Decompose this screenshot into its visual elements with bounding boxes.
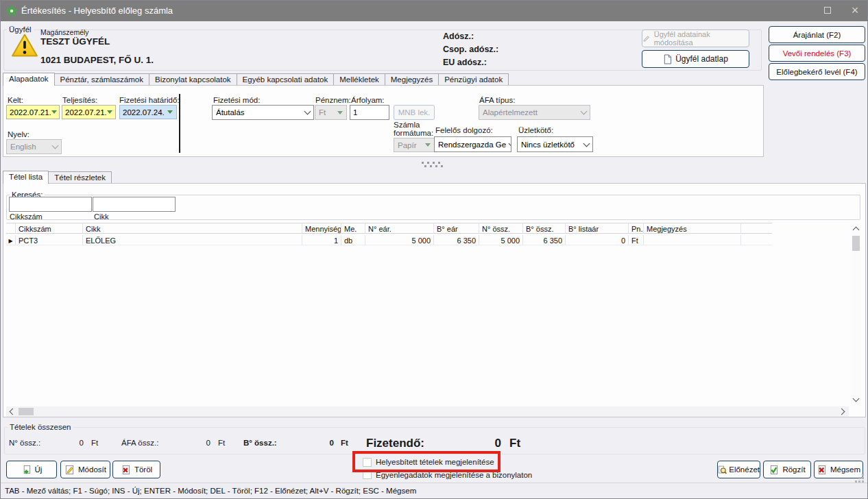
tab-tetel-reszletek[interactable]: Tétel részletek: [48, 171, 112, 184]
search-cikk-label: Cikk: [94, 212, 108, 221]
col-pn[interactable]: Pn.: [629, 223, 644, 234]
chevron-down-icon: [302, 106, 313, 119]
scroll-down-icon[interactable]: [853, 395, 860, 402]
customer-order-button[interactable]: Vevői rendelés (F3): [769, 45, 865, 62]
maximize-button[interactable]: [814, 1, 841, 21]
new-item-button[interactable]: Új: [6, 461, 57, 478]
vertical-scrollbar[interactable]: [851, 223, 861, 406]
title-bar: Értékesítés - Helyesbítő előleg számla ×: [1, 1, 868, 21]
uzletkoto-select[interactable]: Nincs üzletkötő: [517, 136, 593, 152]
col-mennyiseg[interactable]: Mennyiség: [302, 223, 341, 234]
maximize-icon: [824, 7, 831, 14]
modify-customer-button: Ügyfél adatainak módosítása: [642, 29, 749, 47]
szamla-formatum-select: Papír: [394, 138, 435, 152]
col-netto-ear[interactable]: N° eár.: [365, 223, 434, 234]
arfolyam-label: Árfolyam:: [351, 96, 385, 104]
col-cikk[interactable]: Cikk: [83, 223, 302, 234]
eu-tax-number-label: EU adósz.:: [443, 58, 487, 67]
search-cikkszam-input[interactable]: [9, 197, 92, 212]
vat-total-label: ÁFA össz.:: [121, 439, 158, 447]
col-brutto-listaar[interactable]: B° listaár: [566, 223, 629, 234]
edit-item-button[interactable]: Módosít: [60, 461, 110, 478]
szamla-formatum-label: Számla formátuma:: [394, 121, 436, 137]
quote-button[interactable]: Árajánlat (F2): [769, 26, 865, 43]
current-row-indicator-icon: ▶: [6, 235, 16, 245]
tab-alapadatok[interactable]: Alapadatok: [3, 73, 55, 86]
cancel-icon: [817, 465, 827, 475]
horizontal-scrollbar[interactable]: [6, 406, 849, 417]
delete-item-icon: [121, 465, 131, 475]
chevron-down-icon: [506, 137, 511, 151]
table-row[interactable]: ▶ PCT3 ELŐLEG 1 db 5 000 6 350 5 000 6 3…: [6, 235, 772, 245]
totals-group-label: Tételek összesen: [8, 423, 73, 431]
penznem-select: Ft: [315, 105, 347, 120]
arfolyam-input[interactable]: [350, 105, 389, 120]
tab-penzugyi-adatok[interactable]: Pénzügyi adatok: [438, 73, 509, 86]
fizetesi-hatarido-date-picker[interactable]: 2022.07.24.: [119, 105, 177, 119]
table-header-row: Cikkszám Cikk Mennyiség Me. N° eár. B° e…: [6, 223, 772, 234]
row-indicator-header: [6, 223, 16, 234]
customer-address: 1021 BUDAPEST, FŐ U. 1.: [40, 55, 154, 65]
col-netto-ossz[interactable]: N° össz.: [479, 223, 523, 234]
kelt-date-picker[interactable]: 2022.07.21.: [6, 105, 60, 119]
dropdown-arrow-icon: [51, 110, 57, 114]
kelt-label: Kelt:: [8, 96, 23, 104]
dropdown-arrow-icon: [107, 110, 112, 114]
delete-item-button[interactable]: Töröl: [112, 461, 160, 478]
vat-total-value: 0: [186, 439, 210, 447]
splitter-handle[interactable]: [422, 162, 445, 167]
mnb-lekeres-button: MNB lek.: [394, 105, 435, 120]
tab-bizonylat-kapcsolatok[interactable]: Bizonylat kapcsolatok: [149, 73, 237, 86]
tab-mellekletek[interactable]: Mellékletek: [333, 73, 385, 86]
afa-tipus-select: Alapértelmezett: [479, 105, 590, 120]
netto-total-value: 0: [59, 439, 84, 447]
scroll-up-icon[interactable]: [853, 227, 860, 234]
felelos-dolgozo-select[interactable]: Rendszergazda Ge: [434, 136, 511, 152]
col-cikkszam[interactable]: Cikkszám: [16, 223, 83, 234]
customer-name: TESZT ÜGYFÉL: [40, 36, 110, 47]
nyelv-select: English: [6, 139, 62, 154]
status-text: TAB - Mező váltás; F1 - Súgó; INS - Új; …: [5, 487, 416, 495]
payable-value: 0: [467, 437, 501, 450]
chevron-down-icon: [581, 137, 592, 151]
col-brutto-ear[interactable]: B° eár: [434, 223, 479, 234]
dropdown-arrow-icon: [167, 110, 173, 114]
pencil-icon: [642, 34, 651, 42]
col-me[interactable]: Me.: [341, 223, 365, 234]
save-button[interactable]: Rögzít: [763, 461, 811, 478]
horizontal-scroll-thumb[interactable]: [19, 408, 34, 415]
preview-button[interactable]: Előnézet: [717, 461, 760, 478]
chevron-down-icon: [49, 140, 61, 154]
close-button[interactable]: ×: [841, 1, 868, 21]
payable-label: Fizetendő:: [366, 437, 424, 450]
scroll-right-icon[interactable]: [839, 409, 845, 415]
resize-grip[interactable]: [855, 474, 865, 482]
col-megjegyzes[interactable]: Megjegyzés: [644, 223, 741, 234]
item-tabstrip: Tétel lista Tétel részletek: [3, 171, 111, 184]
window-title: Értékesítés - Helyesbítő előleg számla: [21, 5, 173, 16]
tab-megjegyzes[interactable]: Megjegyzés: [385, 73, 439, 86]
teljesites-date-picker[interactable]: 2022.07.21.: [62, 105, 116, 119]
tab-tetel-lista[interactable]: Tétel lista: [3, 171, 49, 184]
col-brutto-ossz[interactable]: B° össz.: [523, 223, 566, 234]
tab-egyeb-kapcsolati-adatok[interactable]: Egyéb kapcsolati adatok: [237, 73, 335, 86]
fizetesi-mod-select[interactable]: Átutalás: [212, 105, 314, 120]
scroll-left-icon[interactable]: [10, 409, 16, 415]
status-bar: TAB - Mező váltás; F1 - Súgó; INS - Új; …: [1, 483, 868, 499]
search-cikk-input[interactable]: [93, 197, 176, 212]
close-icon: ×: [852, 3, 859, 17]
new-item-icon: [21, 465, 32, 475]
netto-total-currency: Ft: [91, 439, 98, 447]
app-icon: [6, 5, 17, 16]
fizetesi-mod-label: Fizetési mód:: [213, 96, 260, 104]
fizetesi-hatarido-label: Fizetési határidő:: [119, 96, 180, 104]
vat-total-currency: Ft: [218, 439, 225, 447]
dropdown-arrow-icon: [425, 143, 431, 147]
brutto-total-value: 0: [309, 439, 334, 447]
advance-request-letter-button[interactable]: Előlegbekérő levél (F4): [769, 63, 865, 80]
tab-penztar-szamlaszamok[interactable]: Pénztár, számlaszámok: [54, 73, 149, 86]
vertical-scroll-thumb[interactable]: [852, 236, 860, 251]
customer-datasheet-button[interactable]: Ügyfél adatlap: [642, 50, 749, 68]
search-cikkszam-label: Cikkszám: [10, 212, 43, 221]
document-icon: [663, 54, 672, 64]
